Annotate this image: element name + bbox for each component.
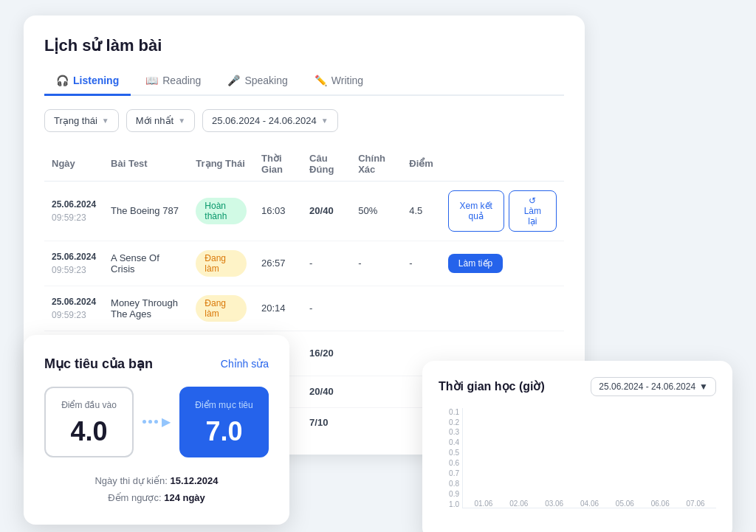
col-score: Điểm xyxy=(402,147,441,182)
chevron-down-icon: ▼ xyxy=(321,117,329,125)
cell-date: 25.06.202409:59:23 xyxy=(44,286,103,331)
y-axis-label: 0.1 xyxy=(439,408,459,416)
y-axis-label: 0.2 xyxy=(439,418,459,426)
cell-correct: 20/40 xyxy=(302,376,351,407)
cell-test: A Sense Of Crisis xyxy=(103,241,188,286)
chevron-down-icon: ▼ xyxy=(102,117,109,125)
bar-column: 01.06 xyxy=(469,497,498,508)
cell-date: 25.06.202409:59:23 xyxy=(44,181,103,241)
cell-correct: 20/40 xyxy=(302,181,351,241)
cell-status: Hoàn thành xyxy=(188,181,254,241)
table-row: 25.06.202409:59:23The Boeing 787Hoàn thà… xyxy=(44,181,564,241)
cell-duration: 20:14 xyxy=(254,286,302,331)
tab-writing[interactable]: ✏️ Writing xyxy=(303,69,375,96)
bars-container: 01.0602.0603.0604.0605.0606.0607.06 xyxy=(462,408,716,508)
goals-header: Mục tiêu của bạn Chỉnh sửa xyxy=(44,356,269,372)
speaking-icon: 🎤 xyxy=(227,75,240,86)
tab-speaking[interactable]: 🎤 Speaking xyxy=(216,69,299,96)
cell-accuracy xyxy=(351,331,402,376)
cell-accuracy: - xyxy=(351,241,402,286)
tab-listening[interactable]: 🎧 Listening xyxy=(44,69,131,96)
cell-correct: 7/10 xyxy=(302,407,351,437)
chart-date-filter[interactable]: 25.06.2024 - 24.06.2024 ▼ xyxy=(591,377,716,396)
bar-column: 02.06 xyxy=(504,497,534,508)
cell-score: 4.5 xyxy=(402,181,441,241)
date-range-filter[interactable]: 25.06.2024 - 24.06.2024 ▼ xyxy=(202,109,338,132)
cell-accuracy xyxy=(351,376,402,407)
page-container: Lịch sử làm bài 🎧 Listening 📖 Reading 🎤 … xyxy=(24,15,732,517)
y-axis-label: 0.9 xyxy=(439,490,459,498)
writing-icon: ✏️ xyxy=(315,75,327,86)
tabs-bar: 🎧 Listening 📖 Reading 🎤 Speaking ✏️ Writ… xyxy=(44,69,564,96)
arrow-right-icon: ▶ xyxy=(162,415,171,429)
status-badge: Đang làm xyxy=(196,295,247,322)
continue-button[interactable]: Làm tiếp xyxy=(448,254,503,273)
y-axis-label: 0.8 xyxy=(439,480,459,488)
y-axis-label: 0.5 xyxy=(439,449,459,457)
y-axis-label: 0.4 xyxy=(439,438,459,446)
sort-filter[interactable]: Mới nhất ▼ xyxy=(126,109,195,132)
chevron-down-icon: ▼ xyxy=(699,381,708,392)
cell-duration: 26:57 xyxy=(254,241,302,286)
col-status: Trạng Thái xyxy=(188,147,254,182)
col-actions xyxy=(441,147,564,182)
bar-column: 05.06 xyxy=(610,497,639,508)
y-axis: 1.00.90.80.70.60.50.40.30.20.1 xyxy=(439,408,459,508)
page-title: Lịch sử làm bài xyxy=(44,36,564,55)
arrow-dots: ▶ xyxy=(142,415,171,429)
cell-status: Đang làm xyxy=(188,286,254,331)
status-badge: Hoàn thành xyxy=(196,198,247,224)
cell-score: - xyxy=(402,241,441,286)
dot-3 xyxy=(154,420,158,424)
cell-status: Đang làm xyxy=(188,241,254,286)
tab-reading[interactable]: 📖 Reading xyxy=(134,69,213,96)
view-result-button[interactable]: Xem kết quả xyxy=(448,190,504,232)
col-correct: Câu Đúng xyxy=(302,147,351,182)
table-row: 25.06.202409:59:23Money Through The Ages… xyxy=(44,286,564,331)
y-axis-label: 0.6 xyxy=(439,459,459,467)
countdown-row: Đếm ngược: 124 ngày xyxy=(44,489,269,506)
filters-row: Trạng thái ▼ Mới nhất ▼ 25.06.2024 - 24.… xyxy=(44,109,564,132)
col-date: Ngày xyxy=(44,147,103,182)
target-score-label: Điểm mục tiêu xyxy=(190,400,258,410)
cell-actions: Xem kết quả ↺ Làm lại xyxy=(441,181,564,241)
x-axis-label: 01.06 xyxy=(474,500,492,508)
cell-actions: Làm tiếp xyxy=(441,241,564,286)
col-time: Thời Gian xyxy=(254,147,302,182)
x-axis-label: 03.06 xyxy=(545,500,563,508)
goals-card: Mục tiêu của bạn Chỉnh sửa Điểm đầu vào … xyxy=(24,335,289,525)
edit-goals-link[interactable]: Chỉnh sửa xyxy=(221,358,269,370)
bar-column: 03.06 xyxy=(540,497,569,508)
dot-2 xyxy=(148,420,152,424)
status-filter[interactable]: Trạng thái ▼ xyxy=(44,109,119,132)
chart-header: Thời gian học (giờ) 25.06.2024 - 24.06.2… xyxy=(439,377,716,396)
bar-column: 07.06 xyxy=(681,497,710,508)
x-axis-label: 02.06 xyxy=(509,500,528,508)
chevron-down-icon: ▼ xyxy=(178,117,185,125)
reading-icon: 📖 xyxy=(145,75,158,86)
cell-test: Money Through The Ages xyxy=(103,286,188,331)
x-axis-label: 05.06 xyxy=(616,500,634,508)
redo-button[interactable]: ↺ Làm lại xyxy=(509,190,557,232)
cell-correct: - xyxy=(302,286,351,331)
listening-icon: 🎧 xyxy=(56,75,69,86)
x-axis-label: 04.06 xyxy=(580,500,599,508)
cell-duration: 16:03 xyxy=(254,181,302,241)
col-accuracy: Chính Xác xyxy=(351,147,402,182)
chart-area: 1.00.90.80.70.60.50.40.30.20.1 01.0602.0… xyxy=(439,408,716,526)
action-buttons: Xem kết quả ↺ Làm lại xyxy=(448,190,557,232)
entry-score-label: Điểm đầu vào xyxy=(55,400,123,410)
x-axis-label: 06.06 xyxy=(651,500,670,508)
cell-correct: 16/20 xyxy=(302,331,351,376)
arrow-connector: ▶ xyxy=(142,415,171,429)
bar-column: 04.06 xyxy=(575,497,605,508)
y-axis-label: 1.0 xyxy=(439,500,459,508)
cell-test: The Boeing 787 xyxy=(103,181,188,241)
target-score-box: Điểm mục tiêu 7.0 xyxy=(179,387,269,457)
chart-title: Thời gian học (giờ) xyxy=(439,379,545,393)
target-score-value: 7.0 xyxy=(190,416,258,447)
table-row: 25.06.202409:59:23A Sense Of CrisisĐang … xyxy=(44,241,564,286)
cell-correct: - xyxy=(302,241,351,286)
cell-accuracy xyxy=(351,407,402,437)
cell-date: 25.06.202409:59:23 xyxy=(44,241,103,286)
